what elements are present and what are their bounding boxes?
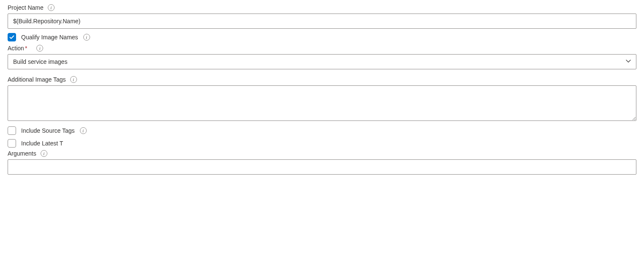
- action-field: Action* i Build service images: [8, 45, 636, 69]
- qualify-image-names-checkbox[interactable]: [8, 33, 16, 41]
- info-icon[interactable]: i: [70, 76, 77, 83]
- arguments-label: Arguments: [8, 150, 36, 157]
- additional-image-tags-field: Additional Image Tags i: [8, 76, 636, 122]
- project-name-field: Project Name i: [8, 4, 636, 29]
- include-latest-tag-checkbox[interactable]: [8, 139, 16, 148]
- qualify-image-names-label: Qualify Image Names: [21, 34, 78, 41]
- action-select[interactable]: Build service images: [8, 54, 636, 69]
- arguments-input[interactable]: [8, 159, 636, 175]
- arguments-field: Arguments i: [8, 150, 636, 175]
- action-label: Action*: [8, 45, 27, 52]
- include-source-tags-row: Include Source Tags i: [8, 126, 636, 135]
- additional-image-tags-input[interactable]: [8, 85, 636, 121]
- info-icon[interactable]: i: [41, 150, 47, 157]
- info-icon[interactable]: i: [36, 45, 43, 52]
- qualify-image-names-row: Qualify Image Names i: [8, 33, 636, 41]
- include-latest-tag-label: Include Latest T: [21, 140, 63, 147]
- info-icon[interactable]: i: [48, 4, 55, 11]
- project-name-input[interactable]: [8, 14, 636, 29]
- info-icon[interactable]: i: [80, 127, 87, 134]
- include-latest-tag-row: Include Latest T: [8, 139, 636, 148]
- include-source-tags-checkbox[interactable]: [8, 126, 16, 135]
- project-name-label: Project Name: [8, 4, 44, 11]
- info-icon[interactable]: i: [83, 34, 90, 41]
- include-source-tags-label: Include Source Tags: [21, 127, 75, 134]
- additional-image-tags-label: Additional Image Tags: [8, 76, 66, 83]
